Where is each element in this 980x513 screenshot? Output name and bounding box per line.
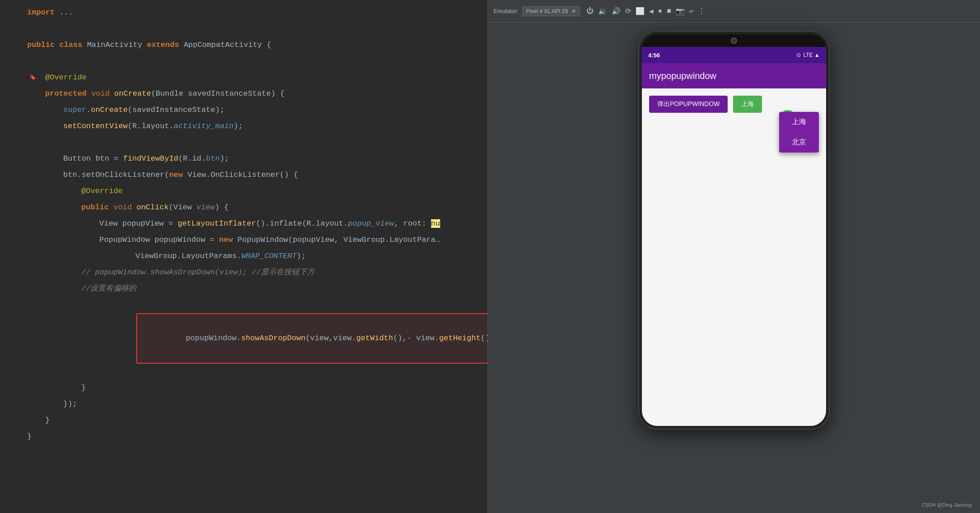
emulator-toolbar-icons: ⏻ 🔉 🔊 ⟳ ⬜ ◀ ● ■ 📷 ↩ ⋮ xyxy=(585,6,706,17)
code-line: // popupWindow.showAsDropDown(view); //显… xyxy=(27,264,478,281)
phone-top-bar xyxy=(642,34,826,47)
code-line: } xyxy=(27,412,478,429)
code-line: //设置有偏移的 xyxy=(27,281,478,297)
power-icon[interactable]: ⏻ xyxy=(585,6,595,16)
code-editor: import ... public class MainActivity ext… xyxy=(0,0,488,513)
emulator-panel: Emulator: Pixel 4 XL API 29 ✕ ⏻ 🔉 🔊 ⟳ ⬜ … xyxy=(488,0,980,513)
code-line: import ... xyxy=(27,5,478,21)
code-line: } xyxy=(27,429,478,445)
code-line: setContentView(R.layout.activity_main); xyxy=(27,118,478,134)
emulator-body: 4:56 ⊙ LTE ▲ mypopupwindow 弹出POPUPWINDOW… xyxy=(488,23,980,513)
status-icons: ⊙ LTE ▲ xyxy=(796,52,820,58)
status-bar: 4:56 ⊙ LTE ▲ xyxy=(642,47,826,63)
code-line xyxy=(27,53,478,69)
code-line: View popupView = getLayoutInflater().inf… xyxy=(27,216,478,232)
code-line: public void onClick(View view) { xyxy=(27,199,478,216)
code-line: ViewGroup.LayoutParams.WRAP_CONTENT); xyxy=(27,248,478,264)
popup-item-beijing[interactable]: 北京 xyxy=(779,132,819,153)
close-icon[interactable]: ✕ xyxy=(571,8,576,14)
volume-down-icon[interactable]: 🔉 xyxy=(597,6,608,17)
front-camera xyxy=(731,37,737,44)
status-time: 4:56 xyxy=(648,52,660,59)
code-line: protected void onCreate(Bundle savedInst… xyxy=(27,86,478,102)
code-line xyxy=(27,134,478,151)
device-name: Pixel 4 XL API 29 xyxy=(526,8,568,14)
app-toolbar: mypopupwindow xyxy=(642,63,826,88)
stop-icon[interactable]: ■ xyxy=(666,6,672,16)
code-area: import ... public class MainActivity ext… xyxy=(0,0,488,449)
code-line: public class MainActivity extends AppCom… xyxy=(27,37,478,53)
code-line: } xyxy=(27,380,478,396)
watermark: CSDN @Ding Jiaxiong xyxy=(922,502,972,508)
emulator-toolbar: Emulator: Pixel 4 XL API 29 ✕ ⏻ 🔉 🔊 ⟳ ⬜ … xyxy=(488,0,980,23)
volume-up-icon[interactable]: 🔊 xyxy=(611,6,622,17)
home-icon[interactable]: ● xyxy=(657,6,664,16)
app-title: mypopupwindow xyxy=(649,71,716,81)
code-line xyxy=(27,21,478,37)
code-line: Button btn = findViewById(R.id.btn); xyxy=(27,151,478,167)
undo-icon[interactable]: ↩ xyxy=(688,6,695,17)
bookmark-icon: 🔖 xyxy=(29,69,36,86)
highlighted-code-block: popupWindow.showAsDropDown(view,view.get… xyxy=(136,313,488,364)
network-indicator: LTE ▲ xyxy=(804,52,820,58)
code-line: btn.setOnClickListener(new View.OnClickL… xyxy=(27,167,478,183)
device-selector[interactable]: Pixel 4 XL API 29 ✕ xyxy=(522,6,580,16)
shanghai-button[interactable]: 上海 xyxy=(733,96,762,113)
code-line: @Override xyxy=(27,183,478,199)
phone-frame: 4:56 ⊙ LTE ▲ mypopupwindow 弹出POPUPWINDOW… xyxy=(639,32,829,429)
app-content: 弹出POPUPWINDOW 上海 xyxy=(642,88,826,426)
code-line: }); xyxy=(27,396,478,412)
more-icon[interactable]: ⋮ xyxy=(697,6,706,17)
rotate-icon[interactable]: ⟳ xyxy=(624,6,632,17)
popup-button[interactable]: 弹出POPUPWINDOW xyxy=(649,96,728,113)
code-line: 🔖 @Override xyxy=(27,69,478,86)
popup-item-shanghai[interactable]: 上海 xyxy=(779,112,819,132)
code-line: PopupWindow popupWindow = new PopupWindo… xyxy=(27,232,478,248)
wifi-icon: ⊙ xyxy=(796,52,801,58)
back-icon[interactable]: ◀ xyxy=(648,6,655,17)
camera-icon[interactable]: 📷 xyxy=(675,6,686,17)
code-line: super.onCreate(savedInstanceState); xyxy=(27,102,478,118)
emulator-label: Emulator: xyxy=(493,8,519,14)
popup-window: 上海 北京 xyxy=(779,112,819,153)
snapshot-icon[interactable]: ⬜ xyxy=(635,6,646,17)
highlighted-code-line: 💡 popupWindow.showAsDropDown(view,view.g… xyxy=(27,297,478,380)
